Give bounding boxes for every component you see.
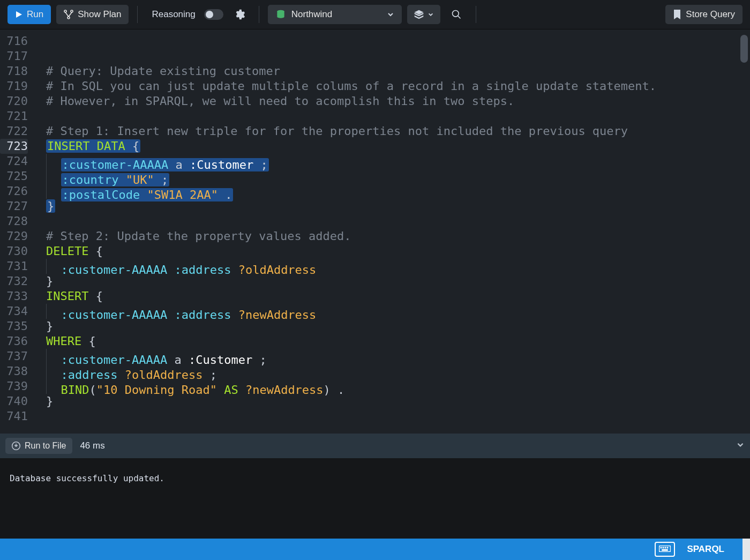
play-icon <box>15 11 22 18</box>
bookmark-icon <box>673 10 681 19</box>
toolbar: Run Show Plan Reasoning Northwind Store … <box>0 0 750 29</box>
code-editor[interactable]: 7167177187197207217227237247257267277287… <box>0 29 750 434</box>
chevron-down-icon <box>387 11 394 18</box>
svg-point-11 <box>668 547 669 548</box>
code-line[interactable]: # Step 1: Insert new triple for for the … <box>33 124 750 139</box>
vertical-scrollbar[interactable] <box>740 35 748 428</box>
line-number-gutter: 7167177187197207217227237247257267277287… <box>0 29 33 434</box>
plan-icon <box>64 10 73 19</box>
database-icon <box>275 9 286 20</box>
show-plan-button[interactable]: Show Plan <box>56 5 129 24</box>
code-line[interactable]: :address ?oldAddress ; <box>33 364 750 379</box>
output-message: Database successfully updated. <box>10 473 164 483</box>
search-button[interactable] <box>446 4 467 25</box>
settings-button[interactable] <box>229 4 250 25</box>
svg-point-2 <box>71 10 73 12</box>
database-select[interactable]: Northwind <box>268 5 402 24</box>
code-line[interactable]: INSERT { <box>33 289 750 304</box>
svg-rect-12 <box>662 550 668 551</box>
code-line[interactable] <box>33 214 750 229</box>
code-line[interactable] <box>33 34 750 49</box>
code-line[interactable]: WHERE { <box>33 334 750 349</box>
code-line[interactable]: # Step 2: Update the property values add… <box>33 229 750 244</box>
gear-icon <box>234 9 245 20</box>
run-to-file-button[interactable]: Run to File <box>5 438 72 454</box>
show-plan-label: Show Plan <box>78 9 121 20</box>
run-to-file-label: Run to File <box>25 441 66 451</box>
layers-button[interactable] <box>407 5 440 24</box>
keyboard-shortcuts-button[interactable] <box>655 542 675 557</box>
language-stripe <box>742 539 750 560</box>
output-panel: Database successfully updated. <box>0 458 750 539</box>
reasoning-label: Reasoning <box>152 9 195 20</box>
timing-label: 46 ms <box>80 440 104 451</box>
code-line[interactable]: # However, in SPARQL, we will need to ac… <box>33 94 750 109</box>
search-icon <box>451 9 462 20</box>
code-line[interactable] <box>33 409 750 424</box>
collapse-results-button[interactable] <box>736 440 745 452</box>
code-line[interactable]: :customer-AAAAA :address ?oldAddress <box>33 259 750 274</box>
code-line[interactable]: # In SQL you can just update multiple co… <box>33 79 750 94</box>
results-bar: Run to File 46 ms <box>0 434 750 458</box>
code-line[interactable]: :customer-AAAAA a :Customer ; <box>33 349 750 364</box>
code-line[interactable]: :customer-AAAAA a :Customer ; <box>33 154 750 169</box>
download-icon <box>12 442 20 450</box>
code-line[interactable]: :postalCode "SW1A 2AA" . <box>33 184 750 199</box>
run-button[interactable]: Run <box>8 5 51 24</box>
divider <box>137 6 138 23</box>
run-label: Run <box>27 9 43 20</box>
code-line[interactable] <box>33 109 750 124</box>
code-content[interactable]: # Query: Update existing customer# In SQ… <box>33 29 750 434</box>
svg-marker-0 <box>16 11 22 18</box>
scroll-thumb[interactable] <box>740 35 748 63</box>
svg-point-3 <box>68 17 70 19</box>
keyboard-icon <box>659 546 671 552</box>
code-line[interactable]: DELETE { <box>33 244 750 259</box>
divider <box>476 6 476 23</box>
chevron-down-icon <box>428 11 434 18</box>
code-line[interactable]: :country "UK" ; <box>33 169 750 184</box>
svg-point-1 <box>64 10 66 12</box>
layers-icon <box>414 9 424 20</box>
code-line[interactable]: :customer-AAAAA :address ?newAddress <box>33 304 750 319</box>
svg-point-8 <box>661 547 662 548</box>
code-line[interactable]: BIND("10 Downing Road" AS ?newAddress) . <box>33 379 750 394</box>
code-line[interactable]: INSERT DATA { <box>33 139 750 154</box>
divider <box>259 6 259 23</box>
code-line[interactable] <box>33 49 750 64</box>
store-query-label: Store Query <box>686 9 735 20</box>
svg-point-5 <box>452 11 459 17</box>
database-name: Northwind <box>291 9 333 20</box>
reasoning-toggle[interactable] <box>204 9 223 20</box>
svg-point-9 <box>663 547 664 548</box>
store-query-button[interactable]: Store Query <box>665 5 742 24</box>
code-line[interactable]: # Query: Update existing customer <box>33 64 750 79</box>
language-label[interactable]: SPARQL <box>687 544 724 555</box>
svg-point-10 <box>665 547 666 548</box>
chevron-down-icon <box>736 440 745 449</box>
status-bar: SPARQL <box>0 539 750 560</box>
